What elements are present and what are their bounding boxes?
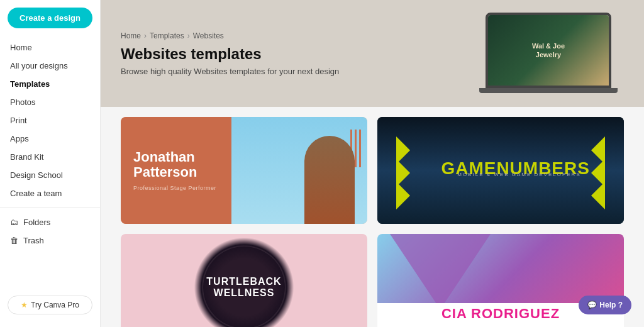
sidebar-item-label: Print [10, 116, 27, 125]
sidebar-divider [0, 208, 100, 208]
game-subtitle: MOBILE & WEB GAME DEVELOPERS [457, 172, 580, 177]
chevrons-left [396, 136, 410, 204]
sidebar-item-label: Templates [10, 79, 50, 89]
sidebar-item-label: Photos [10, 97, 35, 107]
sidebar-item-brand-kit[interactable]: Brand Kit [0, 148, 100, 166]
jonathan-left-panel: JonathanPatterson Professional Stage Per… [121, 117, 231, 224]
breadcrumb-sep-2: › [187, 31, 190, 40]
sidebar-item-label: Brand Kit [10, 152, 43, 162]
sidebar-item-label: Create a team [10, 189, 62, 198]
star-icon: ★ [21, 301, 28, 309]
accent-bar-2 [355, 130, 357, 167]
folders-label: Folders [23, 218, 50, 227]
sidebar-item-create-team[interactable]: Create a team [0, 184, 100, 202]
sidebar-item-home[interactable]: Home [0, 38, 100, 57]
help-icon: 💬 [587, 301, 597, 309]
sidebar-item-trash[interactable]: 🗑 Trash [0, 231, 100, 250]
try-pro-label: Try Canva Pro [31, 301, 79, 309]
try-pro-button[interactable]: ★ Try Canva Pro [8, 296, 92, 314]
hero-image: Wal & JoeJewelry [486, 13, 624, 94]
hero-subtitle: Browse high quality Websites templates f… [121, 67, 339, 76]
laptop-screen: Wal & JoeJewelry [488, 15, 609, 86]
sidebar-item-photos[interactable]: Photos [0, 93, 100, 111]
breadcrumb-templates[interactable]: Templates [150, 31, 184, 40]
breadcrumb-websites: Websites [193, 31, 224, 40]
chevron-3 [396, 182, 410, 209]
sidebar-nav: Home All your designs Templates Photos P… [0, 38, 100, 291]
geo-triangle [390, 234, 491, 309]
turtle-text: TURTLEBACK WELLNESS [206, 276, 281, 298]
hero-text-block: Home › Templates › Websites Websites tem… [121, 31, 339, 76]
hero-banner: Home › Templates › Websites Websites tem… [101, 0, 644, 107]
trash-label: Trash [23, 236, 44, 245]
jonathan-name: JonathanPatterson [133, 150, 219, 180]
sidebar: Create a design Home All your designs Te… [0, 0, 101, 327]
sidebar-item-print[interactable]: Print [0, 111, 100, 130]
template-card-turtleback[interactable]: TURTLEBACK WELLNESS [121, 234, 367, 327]
jonathan-subtitle: Professional Stage Performer [133, 185, 219, 191]
accent-bar-3 [359, 130, 361, 167]
template-card-jonathan[interactable]: JonathanPatterson Professional Stage Per… [121, 117, 367, 224]
breadcrumb: Home › Templates › Websites [121, 31, 339, 40]
sidebar-item-templates[interactable]: Templates [0, 75, 100, 93]
create-design-button[interactable]: Create a design [8, 8, 92, 28]
chevron-right-3 [591, 182, 605, 209]
turtle-title: TURTLEBACK [206, 276, 281, 287]
sidebar-item-label: Apps [10, 134, 29, 143]
laptop-base [479, 88, 618, 93]
sidebar-item-folders[interactable]: 🗂 Folders [0, 213, 100, 231]
sidebar-item-design-school[interactable]: Design School [0, 166, 100, 184]
template-grid: JonathanPatterson Professional Stage Per… [101, 107, 644, 327]
sidebar-item-label: Home [10, 43, 32, 52]
sidebar-item-label: All your designs [10, 61, 68, 70]
laptop-mockup: Wal & JoeJewelry [486, 13, 611, 88]
sidebar-bottom: ★ Try Canva Pro [0, 291, 100, 319]
sidebar-item-all-designs[interactable]: All your designs [0, 57, 100, 75]
cia-name: CIA RODRIGUEZ [441, 306, 560, 322]
person-silhouette [304, 136, 355, 224]
trash-icon: 🗑 [10, 236, 18, 245]
folder-icon: 🗂 [10, 218, 18, 227]
flower-circle: TURTLEBACK WELLNESS [203, 247, 285, 327]
help-button[interactable]: 💬 Help ? [579, 296, 631, 314]
chevrons-right [591, 136, 605, 204]
laptop-screen-text: Wal & JoeJewelry [532, 42, 565, 60]
template-card-gamenumbers[interactable]: GAMENUMBERS MOBILE & WEB GAME DEVELOPERS [377, 117, 624, 224]
help-label: Help ? [599, 301, 623, 309]
jonathan-right-panel [231, 117, 367, 224]
page-title: Websites templates [121, 45, 339, 63]
sidebar-item-apps[interactable]: Apps [0, 130, 100, 148]
breadcrumb-home[interactable]: Home [121, 31, 141, 40]
breadcrumb-sep-1: › [144, 31, 147, 40]
main-content: Home › Templates › Websites Websites tem… [101, 0, 644, 327]
sidebar-item-label: Design School [10, 170, 63, 180]
turtle-subtitle: WELLNESS [206, 287, 281, 299]
